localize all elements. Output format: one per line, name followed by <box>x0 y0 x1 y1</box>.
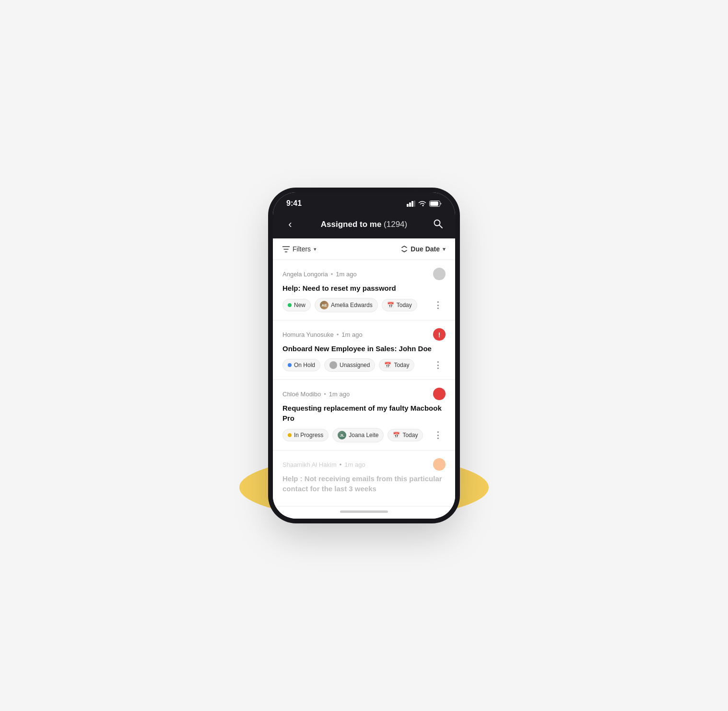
ticket-1-title: Help: Need to reset my password <box>282 283 446 293</box>
ticket-1-meta: Angela Longoria • 1m ago <box>282 271 357 278</box>
ticket-3-meta: Chloé Modibo • 1m ago <box>282 391 350 398</box>
signal-icon <box>407 201 415 207</box>
ticket-4-title: Help : Not receiving emails from this pa… <box>282 474 446 494</box>
ticket-3-priority <box>433 388 446 400</box>
status-time: 9:41 <box>286 199 302 208</box>
search-icon <box>433 219 443 228</box>
ticket-2-author: Homura Yunosuke <box>282 331 334 338</box>
exclamation-icon: ! <box>438 331 441 339</box>
ticket-1-author: Angela Longoria <box>282 271 328 278</box>
sort-icon <box>401 246 408 252</box>
ticket-3-more-button[interactable]: ⋮ <box>431 429 446 441</box>
status-dot-green <box>288 303 292 307</box>
ticket-3-status-badge[interactable]: In Progress <box>282 429 329 441</box>
svg-rect-3 <box>414 201 415 207</box>
ticket-item-3[interactable]: Chloé Modibo • 1m ago Requesting replace… <box>273 380 455 450</box>
sort-button[interactable]: Due Date ▾ <box>401 245 446 253</box>
unassigned-icon <box>329 361 337 369</box>
ticket-3-header: Chloé Modibo • 1m ago <box>282 388 446 400</box>
status-dot-blue <box>288 363 292 367</box>
filter-bar: Filters ▾ Due Date ▾ <box>273 238 455 260</box>
ticket-2-meta: Homura Yunosuke • 1m ago <box>282 331 363 338</box>
ticket-4-time: 1m ago <box>344 461 365 468</box>
back-button[interactable]: ‹ <box>282 218 298 231</box>
nav-bar: ‹ Assigned to me (1294) <box>273 213 455 238</box>
ticket-1-due-badge[interactable]: 📅 Today <box>382 299 417 311</box>
phone-notch <box>333 192 395 207</box>
calendar-icon-2: 📅 <box>384 362 391 368</box>
ticket-item-2[interactable]: Homura Yunosuke • 1m ago ! Onboard New E… <box>273 320 455 380</box>
svg-line-7 <box>440 225 443 228</box>
battery-icon <box>429 201 442 207</box>
ticket-2-header: Homura Yunosuke • 1m ago ! <box>282 328 446 341</box>
assignee-avatar-jl: JL <box>338 431 346 439</box>
ticket-3-author: Chloé Modibo <box>282 391 321 398</box>
home-indicator-area <box>273 507 455 519</box>
calendar-icon: 📅 <box>387 302 394 308</box>
ticket-1-status-badge[interactable]: New <box>282 299 311 311</box>
ticket-2-more-button[interactable]: ⋮ <box>431 359 446 371</box>
search-button[interactable] <box>430 219 446 231</box>
nav-title: Assigned to me (1294) <box>298 220 430 229</box>
ticket-1-header: Angela Longoria • 1m ago <box>282 268 446 280</box>
svg-rect-5 <box>430 201 438 206</box>
ticket-2-title: Onboard New Employee in Sales: John Doe <box>282 344 446 354</box>
filter-chevron-icon: ▾ <box>314 246 317 252</box>
sort-chevron-icon: ▾ <box>443 246 446 252</box>
svg-rect-0 <box>407 204 409 207</box>
calendar-icon-3: 📅 <box>393 432 400 438</box>
ticket-2-status-badge[interactable]: On Hold <box>282 359 320 371</box>
ticket-1-priority <box>433 268 446 280</box>
home-indicator <box>340 510 388 513</box>
ticket-1-more-button[interactable]: ⋮ <box>431 299 446 311</box>
status-dot-yellow <box>288 433 292 437</box>
ticket-item-4[interactable]: Shaamikh Al Hakim • 1m ago Help : Not re… <box>273 450 455 507</box>
status-icons <box>407 201 442 207</box>
ticket-1-time: 1m ago <box>336 271 356 278</box>
ticket-3-due-badge[interactable]: 📅 Today <box>387 429 423 441</box>
ticket-list: Filters ▾ Due Date ▾ Angela Longoria • <box>273 238 455 507</box>
ticket-4-priority <box>433 458 446 471</box>
ticket-2-priority: ! <box>433 328 446 341</box>
scene: 9:41 <box>220 178 508 533</box>
ticket-4-author: Shaamikh Al Hakim <box>282 461 337 468</box>
ticket-item-1[interactable]: Angela Longoria • 1m ago Help: Need to r… <box>273 260 455 320</box>
ticket-2-time: 1m ago <box>341 331 362 338</box>
filter-icon <box>282 246 290 252</box>
wifi-icon <box>418 201 426 207</box>
svg-rect-2 <box>411 201 413 207</box>
ticket-2-due-badge[interactable]: 📅 Today <box>379 359 414 371</box>
ticket-3-title: Requesting replacement of my faulty Macb… <box>282 403 446 423</box>
svg-point-6 <box>434 220 440 225</box>
filters-button[interactable]: Filters ▾ <box>282 245 317 253</box>
ticket-4-meta: Shaamikh Al Hakim • 1m ago <box>282 461 365 468</box>
ticket-2-badges: On Hold Unassigned 📅 Today <box>282 358 446 372</box>
assignee-avatar-ae: AE <box>320 301 329 309</box>
ticket-4-header: Shaamikh Al Hakim • 1m ago <box>282 458 446 471</box>
ticket-3-badges: In Progress JL Joana Leite 📅 Today ⋮ <box>282 428 446 442</box>
ticket-3-assignee-badge[interactable]: JL Joana Leite <box>332 428 384 442</box>
phone-frame: 9:41 <box>273 192 455 519</box>
svg-point-8 <box>332 364 334 366</box>
ticket-1-assignee-badge[interactable]: AE Amelia Edwards <box>315 298 378 312</box>
svg-rect-1 <box>409 202 411 207</box>
ticket-3-time: 1m ago <box>329 391 350 398</box>
ticket-2-assignee-badge[interactable]: Unassigned <box>324 358 375 372</box>
ticket-1-badges: New AE Amelia Edwards 📅 Today ⋮ <box>282 298 446 312</box>
